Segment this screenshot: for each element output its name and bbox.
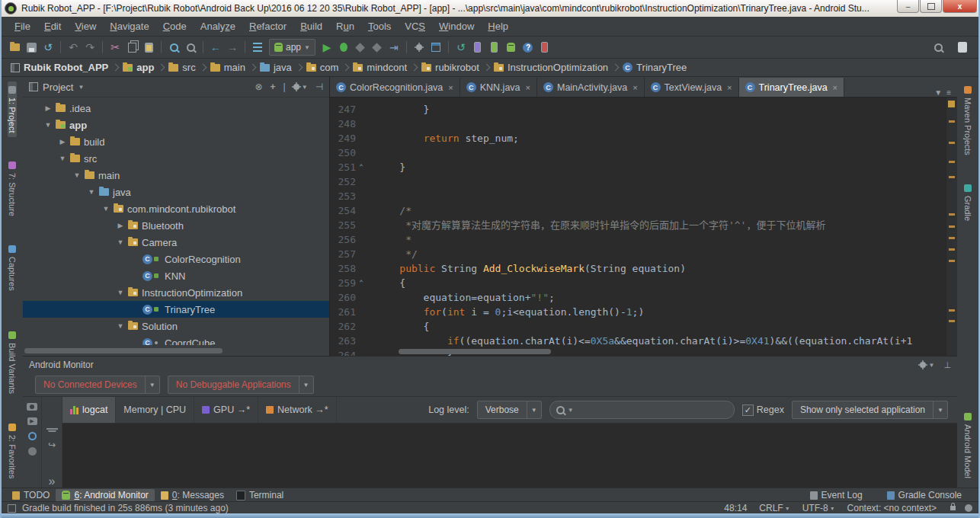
breadcrumb-item-main[interactable]: main: [207, 62, 248, 73]
menu-vcs[interactable]: VCS: [398, 18, 432, 34]
status-48-14[interactable]: 48:14: [724, 503, 747, 513]
tree-item-main[interactable]: ▼main: [23, 167, 329, 184]
chevron-down-icon[interactable]: ▼: [101, 205, 110, 213]
undo-icon[interactable]: ↶: [65, 39, 82, 56]
editor-tab-mainactivity-java[interactable]: CMainActivity.java×: [537, 78, 645, 97]
chevron-down-icon[interactable]: ▼: [87, 188, 96, 196]
tree-item-app[interactable]: ▼app: [23, 117, 329, 133]
toolbar-panel-icon[interactable]: [954, 39, 971, 56]
menu-view[interactable]: View: [68, 18, 103, 34]
breadcrumb-item-trinarytree[interactable]: CTrinaryTree: [620, 62, 690, 73]
minimize-panel-icon[interactable]: ⊥: [943, 360, 951, 370]
logcat-search-input[interactable]: [577, 404, 728, 416]
chevron-right-icon[interactable]: ▶: [116, 222, 125, 229]
monitor-tab-memory-cpu[interactable]: Memory | CPU: [116, 397, 194, 423]
debug-icon[interactable]: [335, 39, 352, 56]
chevron-down-icon[interactable]: ▼: [116, 322, 125, 330]
fold-marker-icon[interactable]: ⌃: [356, 160, 367, 174]
close-icon[interactable]: ×: [633, 83, 637, 92]
chevron-down-icon[interactable]: ▼: [43, 121, 53, 129]
project-view-selector[interactable]: Project ▼: [29, 82, 84, 93]
back-icon[interactable]: ←: [207, 39, 224, 56]
toolwindow-tab-6-android-monitor[interactable]: 6: Android Monitor: [56, 489, 154, 501]
tool-button-maven-projects[interactable]: Maven Projects: [963, 82, 972, 160]
gear-icon[interactable]: ▼: [920, 362, 934, 369]
layout-inspector-icon[interactable]: [28, 432, 37, 440]
sdk-manager-icon[interactable]: [469, 39, 486, 56]
lock-icon[interactable]: [950, 506, 956, 510]
profile-icon[interactable]: [369, 39, 386, 56]
search-everywhere-icon[interactable]: [930, 39, 946, 56]
tool-button-captures[interactable]: Captures: [8, 241, 17, 296]
run-configuration-select[interactable]: app▼: [269, 39, 315, 56]
clear-logcat-icon[interactable]: [48, 430, 56, 432]
monitor-tab-logcat[interactable]: logcat: [62, 397, 116, 423]
chevron-down-icon[interactable]: ▼: [72, 171, 82, 179]
locate-file-icon[interactable]: +: [270, 82, 275, 92]
tree-item-camera[interactable]: ▼Camera: [23, 234, 329, 251]
coverage-icon[interactable]: [352, 39, 369, 56]
tree-item-solution[interactable]: ▼Solution: [23, 318, 329, 334]
status-context-no-context[interactable]: Context: <no context>: [847, 503, 937, 513]
menu-file[interactable]: File: [8, 18, 37, 34]
android-monitor-icon[interactable]: [503, 39, 520, 56]
breadcrumb-item-rubikrobot[interactable]: rubikrobot: [418, 62, 482, 73]
close-icon[interactable]: ×: [727, 83, 732, 92]
find-icon[interactable]: [165, 39, 182, 56]
maximize-button[interactable]: [920, 0, 942, 13]
menu-window[interactable]: Window: [432, 18, 481, 34]
save-icon[interactable]: [23, 39, 40, 56]
settings-wrench-icon[interactable]: [411, 39, 428, 56]
tree-item-trinarytree[interactable]: CTrinaryTree: [23, 301, 329, 318]
breadcrumb-item-java[interactable]: java: [257, 62, 295, 73]
chevron-right-icon[interactable]: ▶: [58, 138, 67, 145]
menu-run[interactable]: Run: [329, 18, 361, 34]
editor-tab-colorrecognition-java[interactable]: CColorRecognition.java×: [330, 78, 460, 97]
gear-icon[interactable]: ▼: [293, 84, 308, 91]
device-monitor-icon[interactable]: [536, 39, 553, 56]
close-icon[interactable]: ×: [448, 83, 453, 92]
monitor-tab-gpu[interactable]: GPU →*: [194, 397, 258, 423]
toolwindow-tab-terminal[interactable]: Terminal: [230, 489, 290, 501]
attach-debugger-icon[interactable]: ⇥: [386, 39, 402, 56]
project-structure-icon[interactable]: [428, 39, 444, 56]
tool-button-1-project[interactable]: 1: Project: [8, 82, 17, 137]
regex-checkbox[interactable]: ✓: [742, 404, 754, 416]
background-tasks-icon[interactable]: [8, 504, 16, 513]
minimize-button[interactable]: –: [897, 0, 919, 13]
filter-dropdown[interactable]: Show only selected application ▼: [792, 401, 948, 419]
menu-analyze[interactable]: Analyze: [194, 18, 242, 34]
toolwindow-tab-todo[interactable]: TODO: [6, 489, 56, 501]
forward-icon[interactable]: →: [224, 39, 241, 56]
toolwindow-tab-gradle-console[interactable]: Gradle Console: [881, 489, 968, 501]
tree-item-java[interactable]: ▼java: [23, 184, 329, 200]
menu-refactor[interactable]: Refactor: [242, 18, 293, 34]
chevron-down-icon[interactable]: ▼: [116, 238, 125, 246]
menu-tools[interactable]: Tools: [361, 18, 398, 34]
export-logcat-icon[interactable]: ↪: [48, 440, 56, 450]
logcat-search-field[interactable]: ▼: [549, 401, 735, 419]
close-icon[interactable]: ×: [833, 83, 837, 92]
breadcrumb-item-instructionoptimization[interactable]: InstructionOptimization: [491, 62, 611, 73]
tree-item-colorrecognition[interactable]: CColorRecognition: [23, 251, 329, 267]
project-horizontal-scrollbar[interactable]: [24, 348, 326, 353]
monitor-tab-network[interactable]: Network →*: [258, 397, 337, 423]
tool-button-7-structure[interactable]: 7: Structure: [8, 157, 17, 221]
tree-item-coordcube[interactable]: CCoordCube: [23, 334, 329, 345]
chevron-down-icon[interactable]: ▼: [116, 289, 125, 296]
tree-item-instructionoptimization[interactable]: ▼InstructionOptimization: [23, 284, 329, 301]
close-icon[interactable]: ×: [526, 83, 530, 92]
editor-tab-knn-java[interactable]: CKNN.java×: [460, 78, 537, 97]
show-tabs-list-icon[interactable]: ▼: [934, 88, 942, 97]
editor-tab-textview-java[interactable]: CTextView.java×: [645, 78, 739, 97]
system-info-icon[interactable]: [28, 447, 37, 456]
menu-edit[interactable]: Edit: [37, 18, 68, 34]
copy-icon[interactable]: [123, 39, 140, 56]
editor-horizontal-scrollbar[interactable]: [399, 349, 825, 354]
screenshot-icon[interactable]: [27, 403, 37, 411]
help-icon[interactable]: ?: [520, 39, 536, 56]
tree-item-src[interactable]: ▼src: [23, 150, 329, 167]
sync-icon[interactable]: ↺: [40, 39, 56, 56]
tree-item-com-mindcont-rubikrobot[interactable]: ▼com.mindcont.rubikrobot: [23, 200, 329, 217]
status-utf-8[interactable]: UTF-8▼: [802, 503, 835, 513]
